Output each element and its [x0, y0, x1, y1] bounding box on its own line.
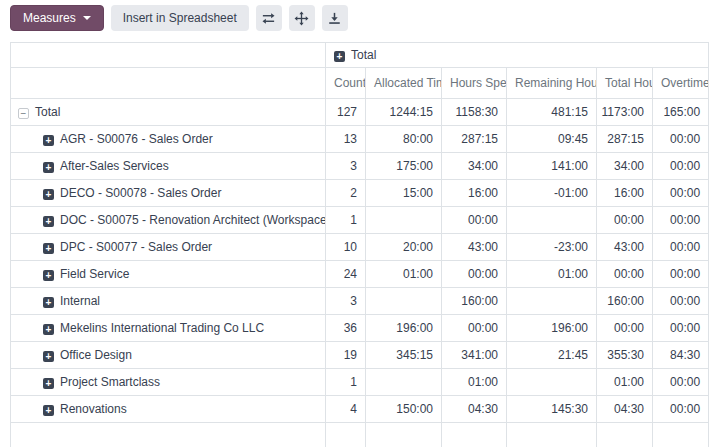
column-header-total-hours[interactable]: Total Hours	[597, 68, 653, 99]
cell-value: 01:00	[442, 369, 507, 396]
row-header-doc-s00075-renovation-architect-workspace-template[interactable]: +DOC - S00075 - Renovation Architect (Wo…	[11, 207, 326, 234]
cell-value: 20:00	[366, 234, 442, 261]
cell-value: 36	[326, 315, 366, 342]
row-header-dpc-s00077-sales-order[interactable]: +DPC - S00077 - Sales Order	[11, 234, 326, 261]
caret-down-icon	[83, 16, 91, 20]
insert-in-spreadsheet-button[interactable]: Insert in Spreadsheet	[111, 5, 249, 31]
cell-value	[326, 423, 366, 447]
insert-in-spreadsheet-label: Insert in Spreadsheet	[123, 11, 237, 25]
expand-plus-icon: +	[43, 216, 54, 227]
expand-plus-icon: +	[43, 189, 54, 200]
column-group-header-total[interactable]: +Total	[326, 43, 709, 68]
cell-value: 1	[326, 207, 366, 234]
table-row: +Mekelins International Trading Co LLC36…	[11, 315, 709, 342]
cell-value: -23:00	[507, 234, 597, 261]
partial-row	[11, 423, 709, 447]
cell-value: 00:00	[653, 369, 709, 396]
expand-plus-icon: +	[43, 405, 54, 416]
row-header-label: Renovations	[60, 402, 127, 416]
cell-value: 00:00	[653, 234, 709, 261]
cell-value: 2	[326, 180, 366, 207]
row-header-label: Total	[35, 105, 60, 119]
cell-value: 43:00	[442, 234, 507, 261]
column-header-count[interactable]: Count	[326, 68, 366, 99]
cell-value	[366, 288, 442, 315]
table-row: +After-Sales Services3175:0034:00141:003…	[11, 153, 709, 180]
expand-plus-icon: +	[43, 162, 54, 173]
row-header-after-sales-services[interactable]: +After-Sales Services	[11, 153, 326, 180]
row-header-internal[interactable]: +Internal	[11, 288, 326, 315]
expand-all-icon	[294, 11, 309, 26]
cell-value: 00:00	[653, 126, 709, 153]
table-row: +DECO - S00078 - Sales Order215:0016:00-…	[11, 180, 709, 207]
cell-value: 00:00	[653, 207, 709, 234]
table-row: +Office Design19345:15341:0021:45355:308…	[11, 342, 709, 369]
row-header-total[interactable]: −Total	[11, 99, 326, 126]
table-row: +AGR - S00076 - Sales Order1380:00287:15…	[11, 126, 709, 153]
expand-plus-icon: +	[43, 351, 54, 362]
expand-plus-icon: +	[43, 324, 54, 335]
expand-plus-icon: +	[43, 135, 54, 146]
download-button[interactable]	[322, 5, 348, 31]
cell-value: 10	[326, 234, 366, 261]
expand-plus-icon: +	[43, 270, 54, 281]
row-header-label: AGR - S00076 - Sales Order	[60, 132, 213, 146]
row-header-label: Internal	[60, 294, 100, 308]
cell-value: 19	[326, 342, 366, 369]
table-row: +Renovations4150:0004:30145:3004:3000:00	[11, 396, 709, 423]
table-row: +Internal3160:00160:0000:00	[11, 288, 709, 315]
cell-value	[507, 369, 597, 396]
expand-plus-icon: +	[334, 51, 345, 62]
cell-value: 00:00	[597, 207, 653, 234]
measures-button-label: Measures	[23, 11, 76, 25]
download-icon	[327, 11, 342, 26]
expand-all-button[interactable]	[289, 5, 315, 31]
cell-value: 4	[326, 396, 366, 423]
cell-value: 01:00	[366, 261, 442, 288]
row-header-label: DPC - S00077 - Sales Order	[60, 240, 212, 254]
cell-value: 34:00	[442, 153, 507, 180]
row-header-field-service[interactable]: +Field Service	[11, 261, 326, 288]
cell-value: 00:00	[653, 315, 709, 342]
cell-value: 165:00	[653, 99, 709, 126]
cell-value: 141:00	[507, 153, 597, 180]
cell-value: 80:00	[366, 126, 442, 153]
cell-value: 355:30	[597, 342, 653, 369]
column-header-overtime[interactable]: Overtime	[653, 68, 709, 99]
cell-value: 287:15	[597, 126, 653, 153]
cell-value: 1	[326, 369, 366, 396]
row-header-mekelins-international-trading-co-llc[interactable]: +Mekelins International Trading Co LLC	[11, 315, 326, 342]
cell-value: 13	[326, 126, 366, 153]
row-header-deco-s00078-sales-order[interactable]: +DECO - S00078 - Sales Order	[11, 180, 326, 207]
cell-value: 481:15	[507, 99, 597, 126]
cell-value: 00:00	[653, 396, 709, 423]
row-header-office-design[interactable]: +Office Design	[11, 342, 326, 369]
measures-button[interactable]: Measures	[10, 5, 104, 31]
cell-value: 341:00	[442, 342, 507, 369]
table-row: +Project Smartclass101:0001:0000:00	[11, 369, 709, 396]
cell-value: 00:00	[597, 261, 653, 288]
row-header-label: DOC - S00075 - Renovation Architect (Wor…	[60, 213, 326, 227]
row-header-label: Mekelins International Trading Co LLC	[60, 321, 264, 335]
row-header-renovations[interactable]: +Renovations	[11, 396, 326, 423]
table-row: +DOC - S00075 - Renovation Architect (Wo…	[11, 207, 709, 234]
cell-value: 00:00	[653, 261, 709, 288]
cell-value: 15:00	[366, 180, 442, 207]
row-header-agr-s00076-sales-order[interactable]: +AGR - S00076 - Sales Order	[11, 126, 326, 153]
cell-value: 00:00	[653, 180, 709, 207]
cell-value: 145:30	[507, 396, 597, 423]
cell-value: 00:00	[442, 261, 507, 288]
cell-value: 127	[326, 99, 366, 126]
row-header-label: Office Design	[60, 348, 132, 362]
cell-value: 00:00	[653, 153, 709, 180]
column-header-hours-spent[interactable]: Hours Spent	[442, 68, 507, 99]
row-header-label: Field Service	[60, 267, 129, 281]
flip-axis-button[interactable]	[256, 5, 282, 31]
row-header-project-smartclass[interactable]: +Project Smartclass	[11, 369, 326, 396]
column-header-remaining-hours[interactable]: Remaining Hours	[507, 68, 597, 99]
column-header-allocated-time[interactable]: Allocated Time	[366, 68, 442, 99]
expand-plus-icon: +	[43, 243, 54, 254]
cell-value: 04:30	[442, 396, 507, 423]
cell-value: 1158:30	[442, 99, 507, 126]
cell-value	[366, 207, 442, 234]
